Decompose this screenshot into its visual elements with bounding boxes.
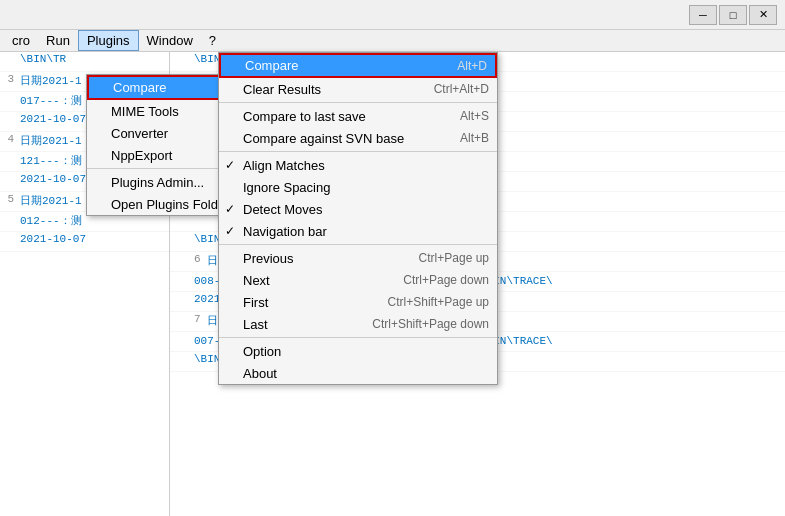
compare-last-item[interactable]: Last Ctrl+Shift+Page down	[219, 313, 497, 335]
compare-sep-4	[219, 337, 497, 338]
menu-plugins[interactable]: Plugins	[78, 30, 139, 51]
menu-bar: cro Run Plugins Window ?	[0, 30, 785, 52]
editor-area: \BIN\TR 3 日期2021-1 017---：测 2021-10-07 4…	[0, 52, 785, 516]
compare-sep-1	[219, 102, 497, 103]
compare-first-item[interactable]: First Ctrl+Shift+Page up	[219, 291, 497, 313]
compare-about-item[interactable]: About	[219, 362, 497, 384]
compare-submenu-menu[interactable]: Compare Alt+D Clear Results Ctrl+Alt+D C…	[218, 52, 498, 385]
maximize-button[interactable]: □	[719, 5, 747, 25]
compare-clear-results-item[interactable]: Clear Results Ctrl+Alt+D	[219, 78, 497, 100]
compare-previous-item[interactable]: Previous Ctrl+Page up	[219, 247, 497, 269]
minimize-button[interactable]: ─	[689, 5, 717, 25]
menu-help[interactable]: ?	[201, 31, 224, 50]
compare-navigation-bar-item[interactable]: ✓ Navigation bar	[219, 220, 497, 242]
close-button[interactable]: ✕	[749, 5, 777, 25]
detect-moves-check: ✓	[225, 202, 235, 216]
compare-detect-moves-item[interactable]: ✓ Detect Moves	[219, 198, 497, 220]
compare-ignore-spacing-item[interactable]: Ignore Spacing	[219, 176, 497, 198]
menu-run[interactable]: Run	[38, 31, 78, 50]
editor-left-line-10: 2021-10-07	[0, 232, 169, 252]
navigation-bar-check: ✓	[225, 224, 235, 238]
title-bar: ─ □ ✕	[0, 0, 785, 30]
align-matches-check: ✓	[225, 158, 235, 172]
compare-compare-item[interactable]: Compare Alt+D	[219, 53, 497, 78]
compare-sep-3	[219, 244, 497, 245]
window-controls[interactable]: ─ □ ✕	[689, 5, 777, 25]
compare-align-matches-item[interactable]: ✓ Align Matches	[219, 154, 497, 176]
compare-next-item[interactable]: Next Ctrl+Page down	[219, 269, 497, 291]
compare-last-save-item[interactable]: Compare to last save Alt+S	[219, 105, 497, 127]
compare-sep-2	[219, 151, 497, 152]
menu-cro[interactable]: cro	[4, 31, 38, 50]
compare-option-item[interactable]: Option	[219, 340, 497, 362]
menu-window[interactable]: Window	[139, 31, 201, 50]
editor-left-line-1: \BIN\TR	[0, 52, 169, 72]
compare-svn-base-item[interactable]: Compare against SVN base Alt+B	[219, 127, 497, 149]
